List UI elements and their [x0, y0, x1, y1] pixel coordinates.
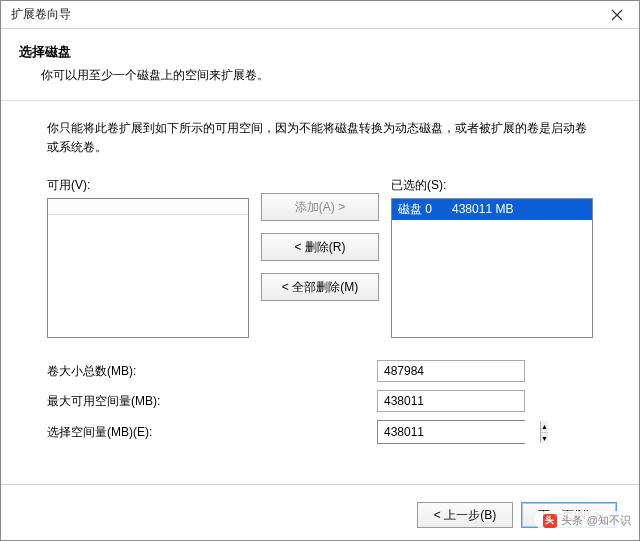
titlebar: 扩展卷向导 [1, 1, 639, 29]
watermark: 头 头条 @知不识 [535, 511, 639, 530]
description-text: 你只能将此卷扩展到如下所示的可用空间，因为不能将磁盘转换为动态磁盘，或者被扩展的… [47, 119, 593, 157]
close-icon [611, 9, 623, 21]
spinner-up-button[interactable]: ▲ [541, 421, 548, 433]
size-fields: 卷大小总数(MB): 487984 最大可用空间量(MB): 438011 选择… [47, 360, 593, 444]
max-space-label: 最大可用空间量(MB): [47, 393, 377, 410]
content-area: 你只能将此卷扩展到如下所示的可用空间，因为不能将磁盘转换为动态磁盘，或者被扩展的… [1, 101, 639, 464]
wizard-window: 扩展卷向导 选择磁盘 你可以用至少一个磁盘上的空间来扩展卷。 你只能将此卷扩展到… [0, 0, 640, 541]
header-area: 选择磁盘 你可以用至少一个磁盘上的空间来扩展卷。 [1, 29, 639, 92]
window-title: 扩展卷向导 [11, 6, 71, 23]
transfer-buttons: 添加(A) > < 删除(R) < 全部删除(M) [261, 193, 379, 301]
available-column: 可用(V): [47, 177, 249, 338]
select-space-row: 选择空间量(MB)(E): ▲ ▼ [47, 420, 593, 444]
total-size-label: 卷大小总数(MB): [47, 363, 377, 380]
watermark-author: @知不识 [587, 513, 631, 528]
selected-list-item[interactable]: 磁盘 0 438011 MB [392, 199, 592, 220]
toutiao-logo-icon: 头 [543, 514, 557, 528]
page-title: 选择磁盘 [19, 43, 621, 61]
close-button[interactable] [595, 1, 639, 29]
remove-button[interactable]: < 删除(R) [261, 233, 379, 261]
select-space-input[interactable] [378, 421, 540, 443]
select-space-label: 选择空间量(MB)(E): [47, 424, 377, 441]
max-space-row: 最大可用空间量(MB): 438011 [47, 390, 593, 412]
total-size-row: 卷大小总数(MB): 487984 [47, 360, 593, 382]
spinner-buttons: ▲ ▼ [540, 421, 548, 443]
remove-all-button[interactable]: < 全部删除(M) [261, 273, 379, 301]
selected-listbox[interactable]: 磁盘 0 438011 MB [391, 198, 593, 338]
page-subtitle: 你可以用至少一个磁盘上的空间来扩展卷。 [41, 67, 621, 84]
available-label: 可用(V): [47, 177, 249, 194]
disk-columns: 可用(V): 添加(A) > < 删除(R) < 全部删除(M) 已选的(S):… [47, 177, 593, 338]
spinner-down-button[interactable]: ▼ [541, 433, 548, 444]
total-size-value: 487984 [377, 360, 525, 382]
available-listbox[interactable] [47, 198, 249, 338]
selected-label: 已选的(S): [391, 177, 593, 194]
max-space-value: 438011 [377, 390, 525, 412]
back-button[interactable]: < 上一步(B) [417, 502, 513, 528]
footer-divider [1, 484, 639, 485]
add-button[interactable]: 添加(A) > [261, 193, 379, 221]
selected-column: 已选的(S): 磁盘 0 438011 MB [391, 177, 593, 338]
select-space-spinner: ▲ ▼ [377, 420, 525, 444]
watermark-source: 头条 [561, 513, 583, 528]
available-list-header [48, 199, 248, 215]
